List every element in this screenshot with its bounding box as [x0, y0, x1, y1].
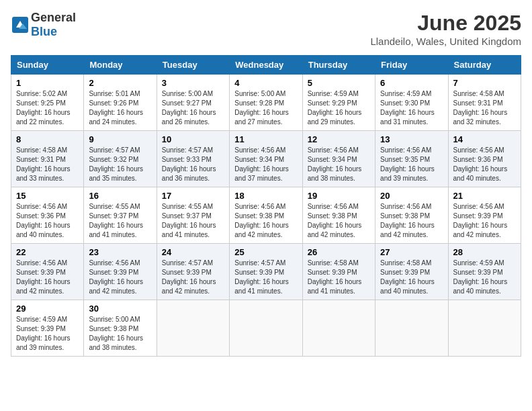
- table-row: 5 Sunrise: 4:59 AM Sunset: 9:29 PM Dayli…: [302, 75, 375, 131]
- day-info: Sunrise: 4:55 AM Sunset: 9:37 PM Dayligh…: [162, 202, 224, 240]
- day-info: Sunrise: 4:57 AM Sunset: 9:33 PM Dayligh…: [162, 146, 224, 183]
- day-info: Sunrise: 5:02 AM Sunset: 9:25 PM Dayligh…: [16, 89, 79, 127]
- table-row: 3 Sunrise: 5:00 AM Sunset: 9:27 PM Dayli…: [157, 75, 229, 131]
- day-number: 16: [89, 191, 151, 201]
- day-info: Sunrise: 5:00 AM Sunset: 9:28 PM Dayligh…: [234, 89, 297, 127]
- col-friday: Friday: [375, 56, 448, 75]
- day-number: 17: [162, 191, 224, 201]
- calendar-week-row: 15 Sunrise: 4:56 AM Sunset: 9:36 PM Dayl…: [11, 187, 521, 244]
- table-row: 4 Sunrise: 5:00 AM Sunset: 9:28 PM Dayli…: [230, 75, 302, 131]
- day-info: Sunrise: 4:59 AM Sunset: 9:39 PM Dayligh…: [16, 315, 79, 353]
- table-row: 18 Sunrise: 4:56 AM Sunset: 9:38 PM Dayl…: [230, 187, 302, 244]
- day-number: 9: [89, 134, 151, 144]
- table-row: 15 Sunrise: 4:56 AM Sunset: 9:36 PM Dayl…: [11, 187, 84, 244]
- table-row: [302, 300, 375, 357]
- table-row: 7 Sunrise: 4:58 AM Sunset: 9:31 PM Dayli…: [448, 75, 521, 131]
- day-info: Sunrise: 4:58 AM Sunset: 9:31 PM Dayligh…: [16, 146, 79, 183]
- day-number: 12: [308, 134, 370, 144]
- month-title: June 2025: [370, 11, 521, 36]
- day-info: Sunrise: 4:56 AM Sunset: 9:39 PM Dayligh…: [16, 259, 79, 296]
- day-info: Sunrise: 4:56 AM Sunset: 9:38 PM Dayligh…: [308, 202, 370, 240]
- day-number: 2: [89, 78, 151, 88]
- page-header: General Blue June 2025 Llandeilo, Wales,…: [11, 11, 521, 47]
- day-number: 21: [453, 191, 516, 201]
- logo: General Blue: [11, 11, 76, 39]
- logo-blue: Blue: [31, 25, 57, 38]
- calendar-week-row: 22 Sunrise: 4:56 AM Sunset: 9:39 PM Dayl…: [11, 244, 521, 300]
- day-number: 27: [380, 247, 443, 257]
- day-info: Sunrise: 4:56 AM Sunset: 9:35 PM Dayligh…: [380, 146, 443, 183]
- table-row: 22 Sunrise: 4:56 AM Sunset: 9:39 PM Dayl…: [11, 244, 84, 300]
- table-row: 23 Sunrise: 4:56 AM Sunset: 9:39 PM Dayl…: [84, 244, 157, 300]
- day-number: 7: [453, 78, 516, 88]
- table-row: 30 Sunrise: 5:00 AM Sunset: 9:38 PM Dayl…: [84, 300, 157, 357]
- table-row: 25 Sunrise: 4:57 AM Sunset: 9:39 PM Dayl…: [230, 244, 302, 300]
- day-number: 25: [234, 247, 297, 257]
- day-number: 5: [308, 78, 370, 88]
- table-row: 14 Sunrise: 4:56 AM Sunset: 9:36 PM Dayl…: [448, 131, 521, 187]
- col-wednesday: Wednesday: [230, 56, 302, 75]
- table-row: 17 Sunrise: 4:55 AM Sunset: 9:37 PM Dayl…: [157, 187, 229, 244]
- day-info: Sunrise: 4:55 AM Sunset: 9:37 PM Dayligh…: [89, 202, 151, 240]
- day-number: 29: [16, 304, 79, 314]
- table-row: 2 Sunrise: 5:01 AM Sunset: 9:26 PM Dayli…: [84, 75, 157, 131]
- col-tuesday: Tuesday: [157, 56, 229, 75]
- day-number: 26: [308, 247, 370, 257]
- col-thursday: Thursday: [302, 56, 375, 75]
- day-info: Sunrise: 4:57 AM Sunset: 9:32 PM Dayligh…: [89, 146, 151, 183]
- day-number: 23: [89, 247, 151, 257]
- table-row: 9 Sunrise: 4:57 AM Sunset: 9:32 PM Dayli…: [84, 131, 157, 187]
- day-info: Sunrise: 4:56 AM Sunset: 9:39 PM Dayligh…: [453, 202, 516, 240]
- table-row: 29 Sunrise: 4:59 AM Sunset: 9:39 PM Dayl…: [11, 300, 84, 357]
- day-info: Sunrise: 5:00 AM Sunset: 9:27 PM Dayligh…: [162, 89, 224, 127]
- day-info: Sunrise: 5:00 AM Sunset: 9:38 PM Dayligh…: [89, 315, 151, 353]
- calendar-header-row: Sunday Monday Tuesday Wednesday Thursday…: [11, 56, 521, 75]
- col-monday: Monday: [84, 56, 157, 75]
- day-info: Sunrise: 4:58 AM Sunset: 9:39 PM Dayligh…: [380, 259, 443, 296]
- day-info: Sunrise: 4:56 AM Sunset: 9:36 PM Dayligh…: [16, 202, 79, 240]
- table-row: 8 Sunrise: 4:58 AM Sunset: 9:31 PM Dayli…: [11, 131, 84, 187]
- day-number: 11: [234, 134, 297, 144]
- day-number: 6: [380, 78, 443, 88]
- day-info: Sunrise: 4:59 AM Sunset: 9:30 PM Dayligh…: [380, 89, 443, 127]
- table-row: 16 Sunrise: 4:55 AM Sunset: 9:37 PM Dayl…: [84, 187, 157, 244]
- col-sunday: Sunday: [11, 56, 84, 75]
- table-row: [448, 300, 521, 357]
- day-info: Sunrise: 4:56 AM Sunset: 9:36 PM Dayligh…: [453, 146, 516, 183]
- logo-general: General: [31, 11, 76, 24]
- day-number: 15: [16, 191, 79, 201]
- day-info: Sunrise: 4:56 AM Sunset: 9:38 PM Dayligh…: [380, 202, 443, 240]
- day-number: 22: [16, 247, 79, 257]
- day-number: 24: [162, 247, 224, 257]
- table-row: 11 Sunrise: 4:56 AM Sunset: 9:34 PM Dayl…: [230, 131, 302, 187]
- table-row: 1 Sunrise: 5:02 AM Sunset: 9:25 PM Dayli…: [11, 75, 84, 131]
- day-info: Sunrise: 4:56 AM Sunset: 9:39 PM Dayligh…: [89, 259, 151, 296]
- table-row: 24 Sunrise: 4:57 AM Sunset: 9:39 PM Dayl…: [157, 244, 229, 300]
- day-number: 19: [308, 191, 370, 201]
- day-number: 1: [16, 78, 79, 88]
- day-number: 14: [453, 134, 516, 144]
- calendar-week-row: 1 Sunrise: 5:02 AM Sunset: 9:25 PM Dayli…: [11, 75, 521, 131]
- day-info: Sunrise: 4:59 AM Sunset: 9:39 PM Dayligh…: [453, 259, 516, 296]
- table-row: [375, 300, 448, 357]
- calendar-week-row: 29 Sunrise: 4:59 AM Sunset: 9:39 PM Dayl…: [11, 300, 521, 357]
- day-info: Sunrise: 4:59 AM Sunset: 9:29 PM Dayligh…: [308, 89, 370, 127]
- day-info: Sunrise: 4:56 AM Sunset: 9:34 PM Dayligh…: [308, 146, 370, 183]
- day-number: 8: [16, 134, 79, 144]
- col-saturday: Saturday: [448, 56, 521, 75]
- day-info: Sunrise: 4:56 AM Sunset: 9:34 PM Dayligh…: [234, 146, 297, 183]
- day-info: Sunrise: 5:01 AM Sunset: 9:26 PM Dayligh…: [89, 89, 151, 127]
- table-row: 12 Sunrise: 4:56 AM Sunset: 9:34 PM Dayl…: [302, 131, 375, 187]
- day-number: 10: [162, 134, 224, 144]
- calendar-table: Sunday Monday Tuesday Wednesday Thursday…: [11, 55, 521, 357]
- day-number: 13: [380, 134, 443, 144]
- table-row: 27 Sunrise: 4:58 AM Sunset: 9:39 PM Dayl…: [375, 244, 448, 300]
- table-row: [157, 300, 229, 357]
- day-number: 30: [89, 304, 151, 314]
- day-info: Sunrise: 4:56 AM Sunset: 9:38 PM Dayligh…: [234, 202, 297, 240]
- table-row: [230, 300, 302, 357]
- calendar-week-row: 8 Sunrise: 4:58 AM Sunset: 9:31 PM Dayli…: [11, 131, 521, 187]
- day-number: 20: [380, 191, 443, 201]
- day-info: Sunrise: 4:57 AM Sunset: 9:39 PM Dayligh…: [162, 259, 224, 296]
- day-number: 28: [453, 247, 516, 257]
